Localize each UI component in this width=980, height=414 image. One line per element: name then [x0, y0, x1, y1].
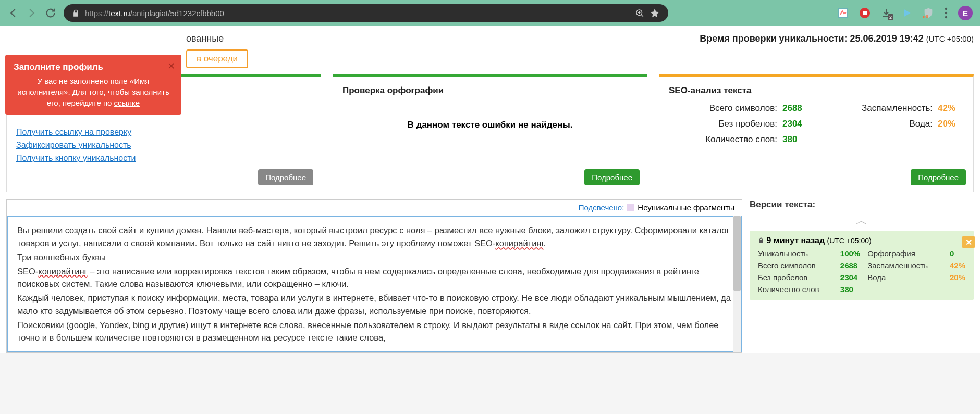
ext-icon-1[interactable]: [837, 7, 849, 19]
notice-link[interactable]: ссылке: [114, 98, 140, 107]
download-icon[interactable]: 2: [881, 8, 891, 18]
url-text: https://text.ru/antiplagiat/5d1232cfbbb0…: [85, 9, 630, 18]
queue-button[interactable]: в очереди: [186, 49, 248, 68]
shield-icon[interactable]: off: [923, 7, 934, 19]
remove-version-button[interactable]: ✕: [962, 236, 975, 248]
orth-message: В данном тексте ошибки не найдены.: [342, 120, 638, 130]
seo-row: Вода:20%: [824, 119, 964, 129]
details-button[interactable]: Подробнее: [584, 169, 640, 185]
versions-title: Версии текста:: [750, 199, 974, 210]
uniq-link-1[interactable]: Получить ссылку на проверку: [16, 126, 311, 139]
uniq-link-2[interactable]: Зафиксировать уникальность: [16, 139, 311, 152]
details-button[interactable]: Подробнее: [258, 169, 313, 185]
zoom-icon[interactable]: [635, 8, 644, 18]
version-card[interactable]: 9 минут назад (UTC +05:00) Уникальность1…: [750, 231, 974, 300]
lock-icon: [758, 237, 764, 244]
details-button[interactable]: Подробнее: [911, 169, 966, 185]
notice-body: У вас не заполнено поле «Имя исполнителя…: [17, 77, 169, 107]
forward-icon[interactable]: [26, 7, 38, 19]
extensions-bar: 2 off E: [837, 6, 973, 20]
address-bar[interactable]: https://text.ru/antiplagiat/5d1232cfbbb0…: [64, 4, 668, 22]
tab-label-fragment: ованные: [186, 33, 248, 44]
menu-icon[interactable]: [945, 7, 948, 19]
back-icon[interactable]: [7, 7, 19, 19]
panel-title: Проверка орфографии: [342, 85, 638, 96]
seo-panel: SEO-анализ текста Всего символов:2688Без…: [659, 74, 974, 192]
profile-notice: ✕ Заполните профиль У вас не заполнено п…: [5, 55, 181, 115]
svg-rect-3: [863, 11, 867, 15]
text-editor[interactable]: Вы решили создать свой сайт и купили дом…: [7, 216, 742, 352]
svg-rect-1: [838, 8, 848, 18]
seo-row: Количество слов:380: [669, 134, 808, 145]
highlight-swatch: [627, 204, 634, 211]
svg-point-5: [945, 12, 947, 14]
reload-icon[interactable]: [45, 7, 56, 19]
chevron-up-icon[interactable]: ︿: [750, 213, 974, 229]
star-icon[interactable]: [650, 8, 660, 18]
seo-row: Всего символов:2688: [669, 103, 808, 114]
adblock-icon[interactable]: [859, 7, 871, 19]
panel-title: SEO-анализ текста: [669, 85, 964, 96]
editor-area: Подсвечено: Неуникальные фрагменты Вы ре…: [6, 199, 742, 353]
versions-panel: Версии текста: ︿ 9 минут назад (UTC +05:…: [750, 199, 974, 300]
check-time: Время проверки уникальности: 25.06.2019 …: [700, 33, 974, 44]
highlight-label: Неуникальные фрагменты: [638, 203, 734, 212]
uniq-link-3[interactable]: Получить кнопку уникальности: [16, 152, 311, 165]
ext-icon-play[interactable]: [902, 8, 912, 18]
lock-icon: [72, 9, 80, 17]
seo-row: Без пробелов:2304: [669, 119, 808, 129]
seo-row: Заспамленность:42%: [824, 103, 964, 114]
browser-toolbar: https://text.ru/antiplagiat/5d1232cfbbb0…: [0, 0, 980, 26]
highlight-link[interactable]: Подсвечено:: [579, 203, 624, 212]
editor-scrollbar[interactable]: [733, 216, 741, 352]
close-icon[interactable]: ✕: [167, 60, 175, 73]
orthography-panel: Проверка орфографии В данном тексте ошиб…: [333, 74, 647, 192]
avatar[interactable]: E: [958, 6, 973, 20]
notice-title: Заполните профиль: [14, 61, 173, 73]
svg-point-6: [945, 16, 947, 18]
svg-point-4: [945, 8, 947, 10]
